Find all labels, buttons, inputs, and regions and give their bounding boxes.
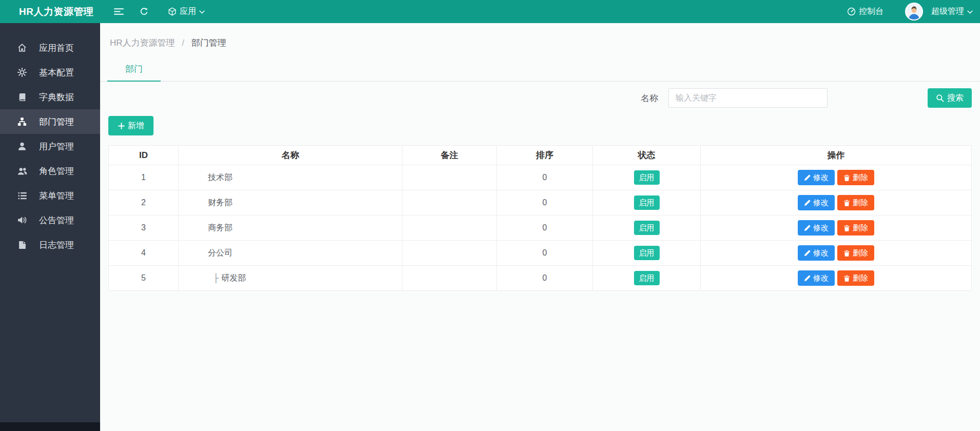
tab-bar: 部门: [100, 59, 980, 82]
chevron-down-icon: [967, 10, 973, 14]
user-icon: [17, 142, 27, 151]
search-bar: 名称 搜索: [100, 88, 980, 108]
edit-button[interactable]: 修改: [798, 270, 835, 286]
add-button[interactable]: 新增: [108, 116, 153, 135]
trash-icon: [843, 250, 850, 257]
search-input[interactable]: [668, 88, 828, 108]
app-menu-dropdown[interactable]: 应用: [168, 6, 205, 17]
spacer: [828, 98, 928, 99]
cell-name: ├研发部: [179, 266, 402, 291]
pencil-icon: [804, 200, 811, 206]
breadcrumb: HR人力资源管理 / 部门管理: [100, 23, 980, 49]
search-field-label: 名称: [641, 92, 658, 104]
delete-button[interactable]: 删除: [837, 195, 874, 210]
sidebar-item-log-mgmt[interactable]: 日志管理: [0, 232, 100, 257]
refresh-button[interactable]: [140, 7, 148, 16]
sidebar-item-label: 用户管理: [39, 141, 74, 152]
trash-icon: [843, 275, 850, 282]
search-icon: [936, 94, 944, 102]
sidebar-item-menu-mgmt[interactable]: 菜单管理: [0, 183, 100, 208]
home-icon: [17, 43, 27, 52]
cell-remark: [402, 215, 497, 241]
edit-button[interactable]: 修改: [798, 245, 835, 261]
cell-status: 启用: [593, 165, 701, 190]
pencil-icon: [804, 250, 811, 257]
breadcrumb-separator: /: [182, 38, 184, 48]
app-title: HR人力资源管理: [0, 5, 100, 18]
breadcrumb-root[interactable]: HR人力资源管理: [110, 38, 175, 48]
col-header-remark: 备注: [402, 146, 497, 165]
table-row: 2财务部0启用修改删除: [109, 190, 972, 215]
menu-fold-button[interactable]: [114, 8, 124, 15]
cell-actions: 修改删除: [701, 165, 972, 190]
file-icon: [17, 241, 27, 249]
sidebar-item-dict-data[interactable]: 字典数据: [0, 85, 100, 109]
app-menu-label: 应用: [180, 6, 196, 17]
sidebar-item-role-mgmt[interactable]: 角色管理: [0, 159, 100, 183]
pencil-icon: [804, 275, 811, 282]
delete-button[interactable]: 删除: [837, 170, 874, 185]
col-header-sort: 排序: [497, 146, 593, 165]
edit-button[interactable]: 修改: [798, 170, 835, 185]
delete-button[interactable]: 删除: [837, 220, 874, 236]
sidebar-item-label: 角色管理: [39, 165, 74, 177]
refresh-icon: [140, 7, 148, 16]
console-link[interactable]: 控制台: [847, 6, 883, 17]
cell-actions: 修改删除: [701, 266, 972, 291]
sidebar-item-label: 基本配置: [39, 67, 74, 79]
sidebar-item-user-mgmt[interactable]: 用户管理: [0, 134, 100, 159]
delete-button[interactable]: 删除: [837, 270, 874, 286]
cell-name: 商务部: [179, 215, 402, 241]
cell-remark: [402, 190, 497, 215]
menu-fold-icon: [114, 8, 124, 15]
menu-list-icon: [17, 192, 27, 200]
sidebar-menu: 应用首页基本配置字典数据部门管理用户管理角色管理菜单管理公告管理日志管理: [0, 35, 100, 257]
table-row: 3商务部0启用修改删除: [109, 215, 972, 241]
sidebar-item-home[interactable]: 应用首页: [0, 35, 100, 60]
tab-department[interactable]: 部门: [107, 59, 161, 82]
cell-id: 3: [109, 215, 179, 241]
table-row: 1技术部0启用修改删除: [109, 165, 972, 190]
cell-status: 启用: [593, 266, 701, 291]
pencil-icon: [804, 225, 811, 231]
search-button[interactable]: 搜索: [928, 88, 972, 108]
status-badge: 启用: [634, 246, 660, 261]
sidebar-item-label: 菜单管理: [39, 190, 74, 202]
toolbar: 新增: [100, 108, 980, 135]
user-menu-dropdown[interactable]: 超级管理: [931, 6, 973, 17]
cell-sort: 0: [497, 241, 593, 266]
gear-icon: [17, 68, 27, 77]
col-header-actions: 操作: [701, 146, 972, 165]
top-header: HR人力资源管理 应用 控制台 超级管理: [0, 0, 980, 23]
trash-icon: [843, 200, 850, 206]
department-table: ID 名称 备注 排序 状态 操作 1技术部0启用修改删除2财务部0启用修改删除…: [100, 145, 980, 291]
cell-status: 启用: [593, 241, 701, 266]
cell-sort: 0: [497, 215, 593, 241]
sidebar-item-basic-config[interactable]: 基本配置: [0, 60, 100, 85]
delete-button[interactable]: 删除: [837, 245, 874, 261]
pencil-icon: [804, 174, 811, 181]
edit-button[interactable]: 修改: [798, 220, 835, 236]
sidebar-item-notice-mgmt[interactable]: 公告管理: [0, 208, 100, 232]
cell-id: 5: [109, 266, 179, 291]
edit-button[interactable]: 修改: [798, 195, 835, 210]
table-header-row: ID 名称 备注 排序 状态 操作: [109, 146, 972, 165]
cell-remark: [402, 266, 497, 291]
dashboard-icon: [847, 7, 856, 16]
book-icon: [17, 93, 27, 102]
sidebar-item-dept-mgmt[interactable]: 部门管理: [0, 109, 100, 134]
sitemap-icon: [17, 117, 27, 126]
cell-sort: 0: [497, 165, 593, 190]
status-badge: 启用: [634, 221, 660, 236]
avatar[interactable]: [905, 3, 923, 21]
search-button-label: 搜索: [947, 93, 964, 104]
table-row: 5├研发部0启用修改删除: [109, 266, 972, 291]
col-header-status: 状态: [593, 146, 701, 165]
avatar-person-icon: [906, 4, 922, 19]
cube-icon: [168, 7, 177, 16]
cell-sort: 0: [497, 266, 593, 291]
table-row: 4分公司0启用修改删除: [109, 241, 972, 266]
speaker-icon: [17, 215, 27, 225]
cell-status: 启用: [593, 190, 701, 215]
sidebar-item-label: 日志管理: [39, 239, 74, 251]
